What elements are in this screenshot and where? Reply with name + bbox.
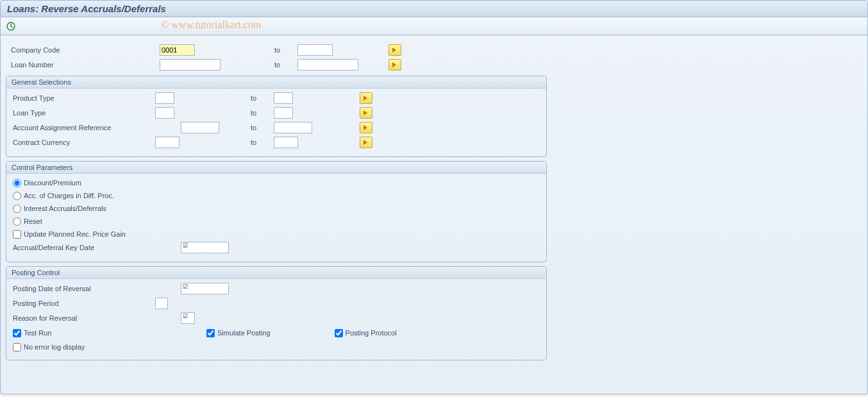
keydate-input[interactable] bbox=[181, 242, 229, 253]
loan-type-label: Loan Type bbox=[6, 109, 155, 117]
groupbox-control: Control Parameters Discount/Premium Acc.… bbox=[6, 161, 547, 262]
row-posting-period: Posting Period bbox=[6, 296, 546, 310]
multi-select-product-type[interactable] bbox=[360, 92, 372, 104]
aar-from[interactable] bbox=[181, 122, 219, 133]
reason-input[interactable] bbox=[181, 312, 195, 324]
radio-reset[interactable]: Reset bbox=[6, 215, 546, 228]
multi-select-loan-type[interactable] bbox=[360, 107, 372, 119]
groupbox-general: General Selections Product Type to Loan … bbox=[6, 76, 547, 157]
execute-button[interactable] bbox=[4, 20, 17, 33]
check-simulate[interactable]: Simulate Posting bbox=[206, 329, 271, 337]
check-protocol-input[interactable] bbox=[335, 329, 343, 337]
multi-select-aar[interactable] bbox=[360, 122, 372, 133]
currency-from[interactable] bbox=[155, 137, 179, 148]
multi-select-company-code[interactable] bbox=[388, 44, 401, 56]
check-protocol[interactable]: Posting Protocol bbox=[335, 329, 397, 337]
check-no-error-input[interactable] bbox=[13, 343, 21, 351]
row-posting-date: Posting Date of Reversal ☑ bbox=[6, 282, 546, 296]
aar-to[interactable] bbox=[274, 122, 312, 133]
arrow-right-icon bbox=[391, 61, 399, 69]
row-aar: Account Assignment Reference to bbox=[6, 121, 546, 135]
reason-label: Reason for Reversal bbox=[6, 314, 155, 322]
radio-discount-input[interactable] bbox=[13, 179, 21, 187]
watermark-text: © www.tutorialkart.com bbox=[161, 19, 261, 31]
check-simulate-input[interactable] bbox=[206, 329, 215, 337]
control-title: Control Parameters bbox=[6, 162, 546, 174]
radio-discount[interactable]: Discount/Premium bbox=[6, 176, 546, 189]
arrow-right-icon bbox=[362, 109, 370, 117]
radio-interest-label: Interest Accruals/Deferrals bbox=[24, 205, 106, 212]
keydate-label: Accrual/Deferral Key Date bbox=[6, 244, 155, 251]
loan-type-to[interactable] bbox=[274, 107, 293, 119]
radio-acc-input[interactable] bbox=[13, 192, 21, 200]
toolbar: © www.tutorialkart.com bbox=[0, 17, 868, 35]
arrow-right-icon bbox=[362, 124, 370, 131]
radio-reset-label: Reset bbox=[24, 217, 42, 225]
company-code-label: Company Code bbox=[6, 46, 160, 54]
check-update-planned[interactable]: Update Planned Rec. Price Gain bbox=[6, 228, 546, 241]
check-protocol-label: Posting Protocol bbox=[346, 329, 397, 337]
loan-type-from[interactable] bbox=[155, 107, 174, 119]
radio-discount-label: Discount/Premium bbox=[24, 179, 81, 187]
product-type-to[interactable] bbox=[274, 92, 293, 104]
to-label: to bbox=[248, 109, 274, 117]
check-simulate-label: Simulate Posting bbox=[217, 329, 271, 337]
to-label: to bbox=[272, 61, 297, 69]
radio-acc-label: Acc. of Charges in Diff. Proc. bbox=[24, 192, 114, 199]
to-label: to bbox=[248, 139, 274, 146]
radio-interest-input[interactable] bbox=[13, 205, 21, 213]
to-label: to bbox=[272, 46, 297, 54]
row-product-type: Product Type to bbox=[6, 91, 546, 105]
arrow-right-icon bbox=[391, 46, 399, 54]
product-type-label: Product Type bbox=[6, 94, 155, 102]
row-loan-type: Loan Type to bbox=[6, 106, 546, 120]
check-test-run-input[interactable] bbox=[13, 329, 21, 337]
row-currency: Contract Currency to bbox=[6, 135, 546, 149]
posting-date-label: Posting Date of Reversal bbox=[6, 285, 155, 292]
arrow-right-icon bbox=[362, 139, 370, 146]
company-code-from[interactable] bbox=[160, 44, 195, 56]
row-company-code: Company Code to bbox=[6, 43, 862, 57]
to-label: to bbox=[248, 94, 274, 102]
check-test-run-label: Test Run bbox=[24, 329, 51, 337]
page-title: Loans: Reverse Accruals/Deferrals bbox=[0, 0, 868, 17]
company-code-to[interactable] bbox=[297, 44, 333, 56]
row-loan-number: Loan Number to bbox=[6, 58, 862, 72]
product-type-from[interactable] bbox=[155, 92, 174, 104]
check-test-run[interactable]: Test Run bbox=[13, 329, 155, 337]
row-checks: Test Run Simulate Posting Posting Protoc… bbox=[6, 326, 546, 340]
multi-select-currency[interactable] bbox=[360, 137, 372, 148]
check-update-planned-input[interactable] bbox=[13, 230, 21, 239]
row-keydate: Accrual/Deferral Key Date ☑ bbox=[6, 241, 546, 255]
posting-period-label: Posting Period bbox=[6, 300, 155, 307]
groupbox-posting: Posting Control Posting Date of Reversal… bbox=[6, 266, 547, 360]
loan-number-label: Loan Number bbox=[6, 61, 160, 69]
radio-reset-input[interactable] bbox=[13, 217, 21, 226]
check-no-error[interactable]: No error log display bbox=[6, 341, 546, 353]
general-title: General Selections bbox=[6, 76, 546, 89]
posting-period-input[interactable] bbox=[155, 298, 168, 309]
multi-select-loan-number[interactable] bbox=[388, 59, 401, 71]
posting-title: Posting Control bbox=[6, 267, 546, 279]
posting-date-input[interactable] bbox=[181, 283, 229, 294]
check-update-planned-label: Update Planned Rec. Price Gain bbox=[24, 230, 126, 238]
radio-acc[interactable]: Acc. of Charges in Diff. Proc. bbox=[6, 189, 546, 202]
loan-number-to[interactable] bbox=[297, 59, 358, 71]
row-reason: Reason for Reversal ☑ bbox=[6, 311, 546, 325]
radio-interest[interactable]: Interest Accruals/Deferrals bbox=[6, 202, 546, 215]
currency-label: Contract Currency bbox=[6, 139, 155, 146]
check-no-error-label: No error log display bbox=[24, 343, 85, 351]
loan-number-from[interactable] bbox=[160, 59, 221, 71]
aar-label: Account Assignment Reference bbox=[6, 124, 155, 131]
execute-clock-icon bbox=[6, 21, 16, 31]
arrow-right-icon bbox=[362, 94, 370, 102]
currency-to[interactable] bbox=[274, 137, 298, 148]
to-label: to bbox=[248, 124, 274, 131]
content-area: Company Code to Loan Number to General S… bbox=[0, 35, 868, 394]
